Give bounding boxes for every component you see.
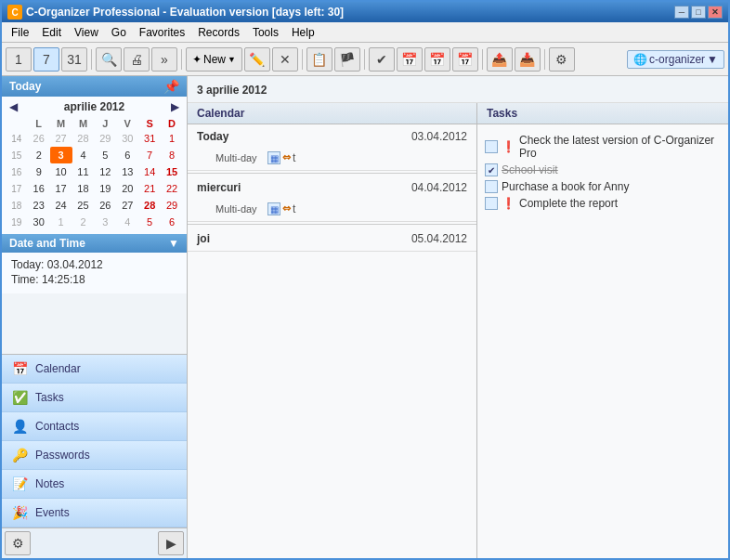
calendar-day-cell[interactable]: 19 bbox=[94, 180, 116, 197]
calendar-day-cell[interactable]: 5 bbox=[94, 147, 116, 163]
calendar-day-cell[interactable]: 24 bbox=[50, 197, 72, 214]
pin-icon[interactable]: 📌 bbox=[163, 79, 179, 94]
calendar-day-cell[interactable]: 29 bbox=[161, 197, 183, 214]
task-checkbox-1[interactable] bbox=[485, 140, 498, 153]
toolbar-btn-week[interactable]: 7 bbox=[33, 47, 59, 72]
task-text-1: Check the latest version of C-Organizer … bbox=[519, 134, 721, 160]
toolbar-btn-31[interactable]: 31 bbox=[61, 47, 87, 72]
task-checkbox-3[interactable] bbox=[485, 180, 498, 193]
settings-button[interactable]: ⚙ bbox=[549, 47, 575, 72]
calendar-day-cell[interactable]: 20 bbox=[116, 180, 138, 197]
datetime-header[interactable]: Date and Time ▼ bbox=[2, 234, 187, 253]
import-button[interactable]: 📥 bbox=[515, 47, 541, 72]
calendar-day-cell[interactable]: 9 bbox=[28, 163, 50, 180]
menu-favorites[interactable]: Favorites bbox=[134, 24, 190, 41]
calendar-day-cell[interactable]: 25 bbox=[72, 197, 95, 214]
export-button[interactable]: 📤 bbox=[487, 47, 513, 72]
calendar-day-cell[interactable]: 22 bbox=[161, 180, 183, 197]
calendar-day-cell[interactable]: 3 bbox=[50, 147, 72, 163]
calendar-day-cell[interactable]: 18 bbox=[72, 180, 95, 197]
toolbar: 1 7 31 🔍 🖨 » ✦ New ▼ ✏️ ✕ 📋 🏴 ✔ 📅 📅 📅 📤 … bbox=[2, 43, 728, 76]
calendar-day-cell[interactable]: 31 bbox=[138, 130, 161, 147]
calendar-day-cell[interactable]: 7 bbox=[138, 147, 161, 163]
sidebar-settings-button[interactable]: ⚙ bbox=[5, 531, 31, 555]
calendar-day-cell[interactable]: 29 bbox=[94, 130, 116, 147]
calendar-day-cell[interactable]: 2 bbox=[28, 147, 50, 163]
calendar-day-cell[interactable]: 16 bbox=[28, 180, 50, 197]
event-icon-box-2[interactable]: ▦ bbox=[267, 202, 280, 215]
calendar-day-cell[interactable]: 11 bbox=[72, 163, 95, 180]
calendar-day-cell[interactable]: 4 bbox=[72, 147, 95, 163]
toolbar-more[interactable]: » bbox=[151, 47, 177, 72]
calendar-day-cell[interactable]: 1 bbox=[161, 130, 183, 147]
copy-button[interactable]: 📋 bbox=[306, 47, 332, 72]
menu-edit[interactable]: Edit bbox=[36, 24, 67, 41]
toolbar-btn-1[interactable]: 1 bbox=[6, 47, 32, 72]
calendar-day-cell[interactable]: 1 bbox=[50, 214, 72, 230]
c-organizer-badge[interactable]: 🌐 c-organizer ▼ bbox=[627, 50, 724, 69]
event-icon-box-1[interactable]: ▦ bbox=[267, 151, 280, 164]
new-button[interactable]: ✦ New ▼ bbox=[186, 47, 242, 72]
menu-view[interactable]: View bbox=[69, 24, 104, 41]
sidebar-item-events[interactable]: 🎉 Events bbox=[2, 499, 187, 527]
calendar-day-cell[interactable]: 17 bbox=[50, 180, 72, 197]
delete-button[interactable]: ✕ bbox=[272, 47, 298, 72]
calendar-grid: L M M J V S D 14262728293031115234567816… bbox=[6, 117, 183, 230]
task-list: ❗ Check the latest version of C-Organize… bbox=[477, 124, 728, 219]
events-nav-icon: 🎉 bbox=[11, 504, 28, 521]
calendar-day-cell[interactable]: 5 bbox=[138, 214, 161, 230]
calendar-day-cell[interactable]: 8 bbox=[161, 147, 183, 163]
sidebar-item-passwords[interactable]: 🔑 Passwords bbox=[2, 441, 187, 470]
calendar-nav-icon: 📅 bbox=[11, 360, 28, 377]
calendar-day-cell[interactable]: 28 bbox=[72, 130, 95, 147]
calendar-day-cell[interactable]: 4 bbox=[116, 214, 138, 230]
close-button[interactable]: ✕ bbox=[708, 6, 723, 19]
menu-tools[interactable]: Tools bbox=[247, 24, 284, 41]
task-checkbox-2[interactable]: ✔ bbox=[485, 163, 498, 176]
calendar-day-cell[interactable]: 14 bbox=[138, 163, 161, 180]
cal-btn2[interactable]: 📅 bbox=[397, 47, 423, 72]
calendar-day-cell[interactable]: 26 bbox=[94, 197, 116, 214]
calendar-day-cell[interactable]: 30 bbox=[28, 214, 50, 230]
calendar-day-cell[interactable]: 2 bbox=[72, 214, 95, 230]
task-checkbox-4[interactable] bbox=[485, 197, 498, 210]
next-month-button[interactable]: ▶ bbox=[167, 100, 183, 113]
search-button[interactable]: 🔍 bbox=[96, 47, 122, 72]
flag-button[interactable]: 🏴 bbox=[334, 47, 360, 72]
calendar-day-cell[interactable]: 26 bbox=[28, 130, 50, 147]
sidebar-nav: 📅 Calendar ✅ Tasks 👤 Contacts 🔑 Password… bbox=[2, 354, 187, 527]
calendar-day-cell[interactable]: 6 bbox=[116, 147, 138, 163]
prev-month-button[interactable]: ◀ bbox=[6, 100, 21, 113]
edit-button[interactable]: ✏️ bbox=[244, 47, 270, 72]
cal-btn4[interactable]: 📅 bbox=[452, 47, 478, 72]
sidebar-item-calendar[interactable]: 📅 Calendar bbox=[2, 355, 187, 384]
calendar-day-cell[interactable]: 15 bbox=[161, 163, 183, 180]
calendar-day-cell[interactable]: 30 bbox=[116, 130, 138, 147]
calendar-day-cell[interactable]: 27 bbox=[116, 197, 138, 214]
calendar-day-cell[interactable]: 28 bbox=[138, 197, 161, 214]
cal-btn3[interactable]: 📅 bbox=[424, 47, 450, 72]
sidebar-expand-button[interactable]: ▶ bbox=[158, 531, 184, 555]
week-num-cell: 17 bbox=[6, 180, 28, 197]
calendar-day-cell[interactable]: 23 bbox=[28, 197, 50, 214]
calendar-day-cell[interactable]: 13 bbox=[116, 163, 138, 180]
menu-help[interactable]: Help bbox=[286, 24, 320, 41]
print-button[interactable]: 🖨 bbox=[124, 47, 150, 72]
calendar-day-cell[interactable]: 6 bbox=[161, 214, 183, 230]
menu-records[interactable]: Records bbox=[192, 24, 245, 41]
minimize-button[interactable]: ─ bbox=[674, 6, 689, 19]
maximize-button[interactable]: □ bbox=[691, 6, 706, 19]
check-button[interactable]: ✔ bbox=[369, 47, 395, 72]
sidebar-item-tasks[interactable]: ✅ Tasks bbox=[2, 384, 187, 412]
c-organizer-label: c-organizer bbox=[649, 53, 705, 66]
calendar-day-cell[interactable]: 12 bbox=[94, 163, 116, 180]
sidebar-item-notes[interactable]: 📝 Notes bbox=[2, 470, 187, 499]
sidebar-item-contacts[interactable]: 👤 Contacts bbox=[2, 412, 187, 441]
menu-go[interactable]: Go bbox=[106, 24, 132, 41]
menu-file[interactable]: File bbox=[6, 24, 34, 41]
calendar-day-cell[interactable]: 10 bbox=[50, 163, 72, 180]
calendar-day-cell[interactable]: 21 bbox=[138, 180, 161, 197]
calendar-day-cell[interactable]: 27 bbox=[50, 130, 72, 147]
calendar-day-cell[interactable]: 3 bbox=[94, 214, 116, 230]
today-date: Today: 03.04.2012 bbox=[11, 258, 177, 271]
